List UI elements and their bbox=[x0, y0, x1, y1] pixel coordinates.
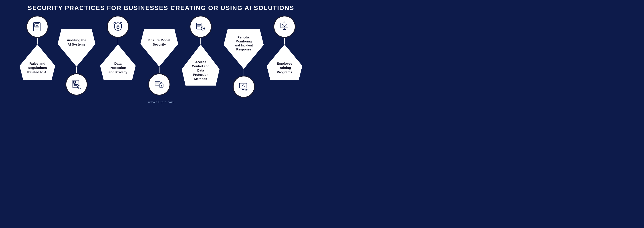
svg-point-25 bbox=[161, 85, 162, 86]
icon-ai-settings bbox=[190, 15, 212, 38]
text-ensure-model: Ensure Model Security bbox=[140, 29, 178, 67]
icon-training bbox=[274, 15, 296, 38]
icon-monitor-alert bbox=[233, 76, 255, 98]
text-auditing: Auditing the AI Systems bbox=[58, 29, 96, 67]
svg-point-16 bbox=[75, 82, 75, 82]
connector-1 bbox=[37, 38, 38, 44]
svg-point-59 bbox=[285, 24, 286, 25]
text-rules-regulations: Rules and Regulations Related to AI bbox=[20, 44, 55, 80]
svg-point-18 bbox=[118, 27, 118, 28]
svg-point-29 bbox=[158, 86, 158, 86]
svg-point-49 bbox=[245, 88, 247, 90]
column-3: Data Protection and Privacy bbox=[98, 15, 138, 98]
connector-6 bbox=[244, 69, 244, 76]
text-periodic-monitoring: Periodic Monitoring and Incident Respons… bbox=[224, 29, 264, 69]
connector-2 bbox=[76, 67, 77, 73]
svg-point-48 bbox=[243, 86, 243, 87]
icon-ai-audit bbox=[66, 73, 88, 96]
svg-point-15 bbox=[74, 82, 74, 82]
svg-point-60 bbox=[284, 22, 285, 23]
text-employee-training: Employee Training Programs bbox=[267, 44, 302, 80]
svg-point-28 bbox=[157, 86, 158, 86]
connector-4 bbox=[159, 67, 160, 73]
connector-7 bbox=[284, 38, 285, 44]
svg-line-13 bbox=[80, 88, 81, 89]
svg-point-58 bbox=[282, 24, 284, 25]
icon-model-security bbox=[148, 73, 170, 96]
icon-ai-book: AI bbox=[26, 15, 48, 38]
page-title: SECURITY PRACTICES FOR BUSINESSES CREATI… bbox=[28, 4, 294, 11]
website-url: www.certpro.com bbox=[148, 100, 174, 104]
column-2: Auditing the AI Systems bbox=[56, 29, 97, 98]
column-7: Employee Training Programs bbox=[268, 15, 302, 98]
connector-3 bbox=[118, 38, 118, 44]
infographic-container: AI Rules and Regulations Related to AI A… bbox=[2, 15, 320, 98]
svg-point-27 bbox=[156, 86, 156, 86]
column-5: Access Control and Data Protection Metho… bbox=[181, 15, 220, 98]
column-4: Ensure Model Security bbox=[139, 29, 180, 98]
column-6: Periodic Monitoring and Incident Respons… bbox=[222, 29, 266, 98]
connector-5 bbox=[200, 38, 201, 44]
svg-text:AI: AI bbox=[36, 24, 38, 26]
text-access-control: Access Control and Data Protection Metho… bbox=[182, 44, 220, 86]
svg-rect-55 bbox=[281, 23, 288, 28]
column-1: AI Rules and Regulations Related to AI bbox=[20, 15, 55, 98]
text-data-protection: Data Protection and Privacy bbox=[100, 44, 136, 80]
page-wrapper: SECURITY PRACTICES FOR BUSINESSES CREATI… bbox=[0, 0, 322, 114]
icon-lock-shield bbox=[107, 15, 129, 38]
